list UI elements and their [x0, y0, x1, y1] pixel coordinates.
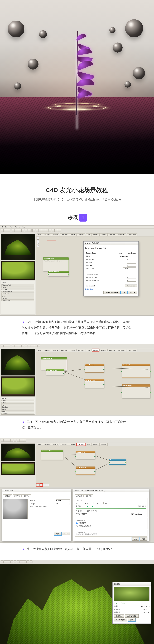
tab[interactable]: Filter	[86, 349, 91, 351]
node-advanced-perlin[interactable]: Advanced Perlin	[46, 369, 64, 375]
toolbar-icon[interactable]	[49, 229, 51, 232]
device-name-input[interactable]	[95, 247, 137, 249]
tab[interactable]: Macros	[52, 234, 59, 236]
toolbar-icon[interactable]	[36, 229, 38, 232]
node-basic-erosion[interactable]: Basic Erosion	[76, 451, 95, 459]
wm-2d-preview[interactable]	[1, 462, 35, 475]
tab-selected[interactable]: Combiner	[77, 443, 85, 446]
tab[interactable]: Parameter	[117, 234, 126, 236]
palette-node[interactable]: Color Generator	[1, 300, 34, 301]
toolbar-icon[interactable]	[58, 229, 61, 232]
toolbar-icon[interactable]	[4, 439, 7, 442]
tab[interactable]: Tools	[37, 349, 43, 351]
cancel-button[interactable]: 取消	[140, 537, 148, 540]
menu-item[interactable]: View	[10, 226, 13, 228]
tab[interactable]: 过渡节点	[12, 494, 22, 498]
view-btn[interactable]	[43, 484, 46, 486]
toolbar-icon[interactable]	[28, 344, 31, 347]
radio-option[interactable]	[76, 522, 78, 524]
dialog-build-result[interactable]: 建造结果 设备状态: 已建造 分辨率1024 x 1024 建造时间00:00:…	[112, 582, 151, 624]
value-input[interactable]	[127, 276, 136, 278]
menu-item[interactable]: File	[1, 226, 3, 228]
cancel-button[interactable]: 取消	[62, 532, 70, 536]
tab[interactable]: Combiner	[77, 234, 85, 236]
tab[interactable]: Favorites	[43, 349, 52, 351]
tab[interactable]: 侵蚀节点	[22, 494, 31, 498]
toolbar-icon[interactable]	[21, 229, 24, 232]
zoom-fit-button[interactable]: □	[37, 242, 39, 244]
toolbar-icon[interactable]	[26, 560, 29, 563]
tab[interactable]: Filter	[86, 443, 91, 446]
tab[interactable]: Combiner	[77, 349, 85, 351]
menu-item[interactable]: Window	[15, 226, 20, 228]
tab[interactable]: Selector	[99, 234, 107, 236]
tab[interactable]: 普通设置	[84, 494, 93, 498]
palette-node[interactable]: Voronoi	[1, 295, 34, 297]
wm-3d-preview[interactable]	[1, 234, 35, 260]
toolbar-icon[interactable]	[28, 229, 31, 232]
value-input[interactable]	[127, 261, 136, 264]
value-input[interactable]	[103, 502, 112, 504]
wm-2d-preview[interactable]	[1, 261, 35, 280]
value-input[interactable]	[56, 500, 70, 502]
node-erosion-v2[interactable]: Basic Erosion	[122, 364, 150, 378]
toolbar-icon[interactable]	[25, 229, 27, 232]
value-input[interactable]	[85, 502, 94, 504]
tab[interactable]: Converter	[108, 234, 117, 236]
palette-node[interactable]: Radial Grad	[1, 293, 34, 295]
toolbar-icon[interactable]	[4, 344, 7, 347]
palette-node[interactable]: Expander	[1, 413, 34, 414]
toolbar-icon[interactable]	[37, 344, 40, 347]
more-link[interactable]: 更多选择 >>	[85, 288, 93, 290]
tab[interactable]: Parameter	[117, 349, 126, 351]
value-input[interactable]	[123, 268, 136, 270]
toolbar-icon[interactable]	[17, 439, 20, 442]
toolbar-icon[interactable]	[52, 229, 55, 232]
toolbar-icon[interactable]	[32, 229, 35, 232]
node-natural-erosion[interactable]: Natural Erosion	[76, 466, 95, 475]
tab[interactable]: Output	[69, 349, 76, 351]
toolbar-icon[interactable]	[1, 229, 3, 232]
resolution-slider[interactable]	[76, 508, 146, 509]
randomize-button[interactable]: Randomize	[125, 284, 137, 287]
close-button[interactable]: 关闭	[128, 618, 136, 622]
tab[interactable]: Output	[69, 234, 76, 236]
toolbar-icon[interactable]	[12, 344, 15, 347]
tab[interactable]: Macros	[52, 443, 59, 446]
tab[interactable]: Natural	[92, 443, 99, 446]
palette-node[interactable]: Constant	[1, 286, 34, 288]
value-input[interactable]	[56, 502, 70, 505]
palette-node[interactable]: Terrace	[1, 410, 34, 412]
toolbar-icon[interactable]	[7, 229, 10, 232]
toolbar-icon[interactable]	[34, 344, 37, 347]
toolbar-icon[interactable]	[4, 560, 7, 563]
toolbar-icon[interactable]	[45, 229, 48, 232]
tab[interactable]: Selector	[99, 349, 107, 351]
toolbar-icon[interactable]	[20, 560, 23, 563]
toolbar-icon[interactable]	[12, 229, 15, 232]
toolbar-icon[interactable]	[14, 439, 16, 442]
toolbar-icon[interactable]	[14, 560, 16, 563]
view-output-button[interactable]: 查看输出	[114, 614, 124, 618]
node-natural-erosion[interactable]: Natural Erosion	[85, 379, 104, 388]
tab[interactable]: Tools	[37, 443, 43, 446]
node-advanced-perlin[interactable]: Advanced Perlin	[48, 270, 69, 276]
dialog-combiner[interactable]: Combiner 属性 基础地形 过渡节点 侵蚀节点 Method Streng…	[2, 489, 71, 541]
write-all-button[interactable]: 全部写入磁盘	[125, 614, 139, 618]
dialog-world-settings[interactable]: 每次应用更改后请运行基于内存的经验 (建议) 现场设置 普通设置 显示尺寸 宽 …	[73, 489, 149, 541]
tab[interactable]: Flow Control	[127, 349, 138, 351]
zoom-home-button[interactable]: ◇	[37, 244, 39, 247]
value-input[interactable]	[131, 513, 146, 515]
toolbar-icon[interactable]	[20, 439, 23, 442]
toolbar-icon[interactable]	[25, 344, 27, 347]
toolbar-icon[interactable]	[42, 229, 45, 232]
toolbar-icon[interactable]	[7, 560, 10, 563]
value-input[interactable]	[127, 258, 136, 260]
toolbar-icon[interactable]	[18, 229, 21, 232]
radio-option[interactable]	[76, 525, 78, 527]
toolbar-icon[interactable]	[1, 560, 3, 563]
toolbar-icon[interactable]	[7, 344, 10, 347]
palette-node[interactable]: Inverter	[1, 408, 34, 410]
tab[interactable]: Generator	[60, 443, 69, 446]
wm-node-canvas[interactable]: Tools Favorites Macros Generator Output …	[36, 443, 154, 487]
